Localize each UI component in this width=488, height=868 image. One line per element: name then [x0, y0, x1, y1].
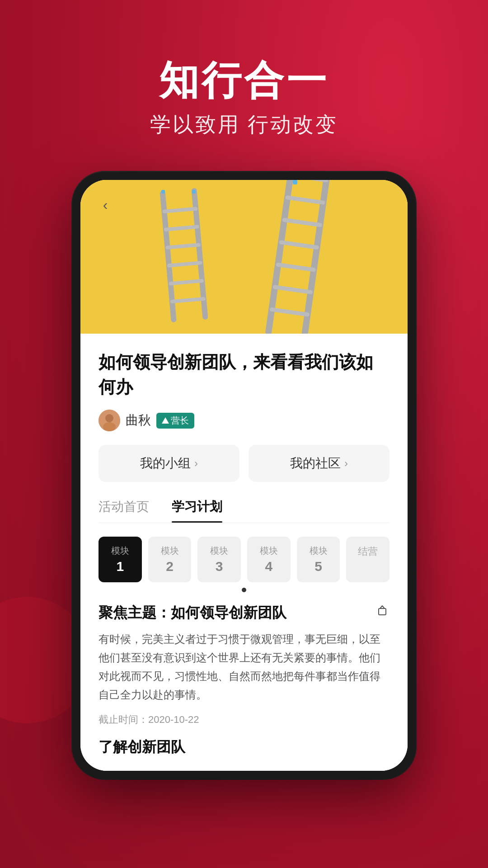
tab-activity-home-label: 活动首页 — [99, 500, 149, 514]
dot-active — [242, 588, 246, 592]
author-row: 曲秋 营长 — [99, 410, 389, 431]
tab-learning-plan[interactable]: 学习计划 — [172, 498, 222, 523]
module-4-number: 4 — [247, 559, 291, 574]
my-group-label: 我的小组 — [140, 455, 191, 472]
back-button[interactable]: ‹ — [94, 193, 117, 216]
phone-frame: ‹ 如何领导创新团队，来看看我们该如何办 曲秋 — [72, 172, 416, 779]
module-tab-end[interactable]: 结营 — [346, 537, 389, 582]
author-avatar — [99, 410, 120, 431]
main-subtitle: 学以致用 行动改变 — [0, 111, 488, 139]
content-area: 如何领导创新团队，来看看我们该如何办 曲秋 营长 — [80, 334, 408, 771]
module-1-number: 1 — [99, 559, 142, 574]
svg-rect-20 — [293, 180, 297, 184]
nav-buttons-row: 我的小组 › 我的社区 › — [99, 445, 389, 482]
my-group-chevron: › — [194, 457, 198, 470]
module-tab-4[interactable]: 模块 4 — [247, 537, 291, 582]
author-name: 曲秋 — [126, 412, 151, 429]
module-tab-3[interactable]: 模块 3 — [197, 537, 241, 582]
svg-point-23 — [103, 422, 116, 431]
module-end-label: 结营 — [346, 545, 389, 558]
my-community-chevron: › — [344, 457, 348, 470]
module-tab-2[interactable]: 模块 2 — [148, 537, 192, 582]
module-2-label: 模块 — [148, 545, 192, 557]
share-button[interactable] — [375, 603, 389, 621]
module-5-label: 模块 — [297, 545, 340, 557]
module-tab-5[interactable]: 模块 5 — [297, 537, 340, 582]
svg-point-22 — [105, 414, 113, 422]
my-community-label: 我的社区 — [290, 455, 341, 472]
module-tab-1[interactable]: 模块 1 — [99, 537, 142, 582]
deadline: 截止时间：2020-10-22 — [99, 713, 389, 726]
section-header: 聚焦主题：如何领导创新团队 — [99, 603, 389, 623]
my-community-button[interactable]: 我的社区 › — [249, 445, 389, 482]
badge-icon — [162, 417, 169, 424]
svg-rect-18 — [161, 190, 165, 193]
header-section: 知行合一 学以致用 行动改变 — [0, 0, 488, 139]
my-group-button[interactable]: 我的小组 › — [99, 445, 239, 482]
tabs-row: 活动首页 学习计划 — [99, 498, 389, 523]
module-1-label: 模块 — [99, 545, 142, 557]
module-3-label: 模块 — [197, 545, 241, 557]
section-body: 有时候，完美主义者过于习惯于微观管理，事无巨细，以至他们甚至没有意识到这个世界上… — [99, 630, 389, 704]
phone-screen: ‹ 如何领导创新团队，来看看我们该如何办 曲秋 — [80, 180, 408, 771]
module-3-number: 3 — [197, 559, 241, 574]
tab-learning-plan-label: 学习计划 — [172, 500, 222, 514]
module-tabs: 模块 1 模块 2 模块 3 模块 4 — [99, 537, 389, 582]
module-5-number: 5 — [297, 559, 340, 574]
module-2-number: 2 — [148, 559, 192, 574]
tab-activity-home[interactable]: 活动首页 — [99, 498, 149, 523]
article-image: ‹ — [80, 180, 408, 334]
dot-indicator — [99, 588, 389, 592]
understand-title: 了解创新团队 — [99, 737, 389, 757]
phone-wrapper: ‹ 如何领导创新团队，来看看我们该如何办 曲秋 — [72, 172, 416, 779]
svg-rect-24 — [379, 609, 386, 615]
ladder-illustration — [80, 180, 408, 334]
svg-rect-19 — [192, 190, 196, 193]
author-badge: 营长 — [156, 413, 194, 429]
main-title: 知行合一 — [0, 59, 488, 103]
svg-rect-0 — [80, 180, 408, 334]
module-4-label: 模块 — [247, 545, 291, 557]
section-title: 聚焦主题：如何领导创新团队 — [99, 603, 368, 623]
article-title: 如何领导创新团队，来看看我们该如何办 — [99, 350, 389, 400]
